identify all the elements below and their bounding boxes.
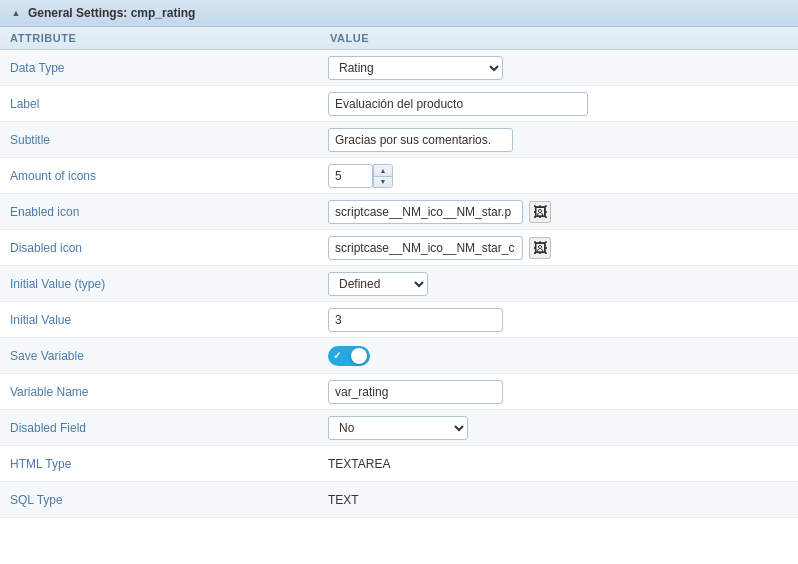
data-type-select[interactable]: Rating [328,56,503,80]
val-label [320,88,798,120]
val-column-header: VALUE [320,27,798,49]
html-type-value: TEXTAREA [328,457,390,471]
sql-type-value: TEXT [328,493,359,507]
enabled-icon-input[interactable] [328,200,523,224]
val-enabled-icon: 🖼 [320,196,798,228]
spinner-down-button[interactable]: ▼ [374,176,392,187]
attr-initial-value-type: Initial Value (type) [0,271,320,297]
spinner-up-button[interactable]: ▲ [374,165,392,176]
table-row: Enabled icon 🖼 [0,194,798,230]
val-html-type: TEXTAREA [320,453,798,475]
enabled-icon-preview-button[interactable]: 🖼 [529,201,551,223]
table-row: Subtitle [0,122,798,158]
table-row: Data Type Rating [0,50,798,86]
initial-value-input[interactable] [328,308,503,332]
save-variable-toggle[interactable]: ✓ [328,346,370,366]
subtitle-input[interactable] [328,128,513,152]
image-icon: 🖼 [533,204,547,220]
val-subtitle [320,124,798,156]
val-initial-value-type: Defined [320,268,798,300]
attr-disabled-icon: Disabled icon [0,235,320,261]
table-row: Initial Value [0,302,798,338]
attr-variable-name: Variable Name [0,379,320,405]
toggle-check-icon: ✓ [333,350,341,361]
initial-value-type-select[interactable]: Defined [328,272,428,296]
val-amount-icons: ▲ ▼ [320,160,798,192]
disabled-icon-input[interactable] [328,236,523,260]
table-row: Disabled Field No Yes [0,410,798,446]
panel-title: General Settings: cmp_rating [28,6,195,20]
table-row: HTML Type TEXTAREA [0,446,798,482]
val-disabled-field: No Yes [320,412,798,444]
attr-sql-type: SQL Type [0,487,320,513]
disabled-icon-preview-button[interactable]: 🖼 [529,237,551,259]
attr-enabled-icon: Enabled icon [0,199,320,225]
val-save-variable: ✓ [320,342,798,370]
val-disabled-icon: 🖼 [320,232,798,264]
table-row: Amount of icons ▲ ▼ [0,158,798,194]
attr-save-variable: Save Variable [0,343,320,369]
column-headers: ATTRIBUTE VALUE [0,27,798,50]
attr-label: Label [0,91,320,117]
amount-icons-input[interactable] [328,164,373,188]
attr-column-header: ATTRIBUTE [0,27,320,49]
table-row: Label [0,86,798,122]
settings-table: ATTRIBUTE VALUE Data Type Rating Label S… [0,27,798,518]
attr-initial-value: Initial Value [0,307,320,333]
disabled-field-select[interactable]: No Yes [328,416,468,440]
variable-name-input[interactable] [328,380,503,404]
table-row: SQL Type TEXT [0,482,798,518]
val-sql-type: TEXT [320,489,798,511]
val-data-type: Rating [320,52,798,84]
label-input[interactable] [328,92,588,116]
amount-icons-spinner: ▲ ▼ [328,164,393,188]
val-initial-value [320,304,798,336]
table-row: Save Variable ✓ [0,338,798,374]
image-icon: 🖼 [533,240,547,256]
attr-disabled-field: Disabled Field [0,415,320,441]
attr-data-type: Data Type [0,55,320,81]
toggle-knob [351,348,367,364]
val-variable-name [320,376,798,408]
panel-header: ▲ General Settings: cmp_rating [0,0,798,27]
spinner-buttons: ▲ ▼ [373,164,393,188]
attr-amount-icons: Amount of icons [0,163,320,189]
attr-html-type: HTML Type [0,451,320,477]
table-row: Disabled icon 🖼 [0,230,798,266]
collapse-icon[interactable]: ▲ [10,7,22,19]
panel: ▲ General Settings: cmp_rating ATTRIBUTE… [0,0,798,518]
attr-subtitle: Subtitle [0,127,320,153]
table-row: Variable Name [0,374,798,410]
table-row: Initial Value (type) Defined [0,266,798,302]
